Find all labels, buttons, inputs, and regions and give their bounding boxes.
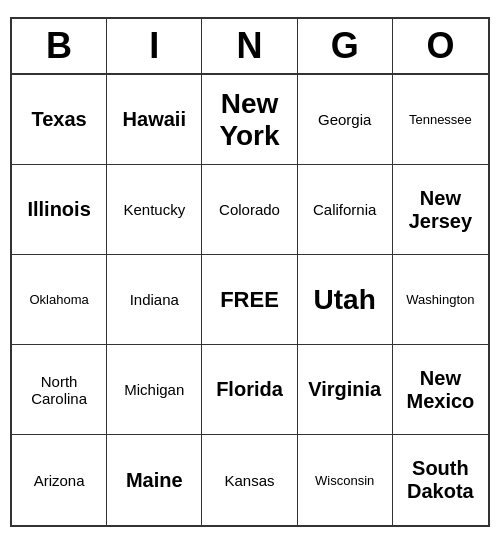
bingo-cell: Washington [393, 255, 488, 345]
bingo-cell: Virginia [298, 345, 393, 435]
bingo-cell: Florida [202, 345, 297, 435]
bingo-cell: Colorado [202, 165, 297, 255]
bingo-header: BINGO [12, 19, 488, 75]
bingo-cell: Kansas [202, 435, 297, 525]
header-letter: I [107, 19, 202, 73]
header-letter: O [393, 19, 488, 73]
bingo-cell: Indiana [107, 255, 202, 345]
bingo-cell: Wisconsin [298, 435, 393, 525]
bingo-cell: Arizona [12, 435, 107, 525]
bingo-cell: Kentucky [107, 165, 202, 255]
header-letter: G [298, 19, 393, 73]
bingo-grid: TexasHawaiiNew YorkGeorgiaTennesseeIllin… [12, 75, 488, 525]
bingo-cell: Illinois [12, 165, 107, 255]
bingo-cell: Hawaii [107, 75, 202, 165]
bingo-cell: Oklahoma [12, 255, 107, 345]
bingo-cell: California [298, 165, 393, 255]
bingo-cell: Maine [107, 435, 202, 525]
bingo-cell: Georgia [298, 75, 393, 165]
bingo-cell: North Carolina [12, 345, 107, 435]
bingo-cell: Michigan [107, 345, 202, 435]
bingo-cell: Utah [298, 255, 393, 345]
bingo-cell: New York [202, 75, 297, 165]
bingo-card: BINGO TexasHawaiiNew YorkGeorgiaTennesse… [10, 17, 490, 527]
header-letter: B [12, 19, 107, 73]
bingo-cell: Tennessee [393, 75, 488, 165]
bingo-cell: Texas [12, 75, 107, 165]
header-letter: N [202, 19, 297, 73]
bingo-cell: New Jersey [393, 165, 488, 255]
bingo-cell: FREE [202, 255, 297, 345]
bingo-cell: New Mexico [393, 345, 488, 435]
bingo-cell: South Dakota [393, 435, 488, 525]
